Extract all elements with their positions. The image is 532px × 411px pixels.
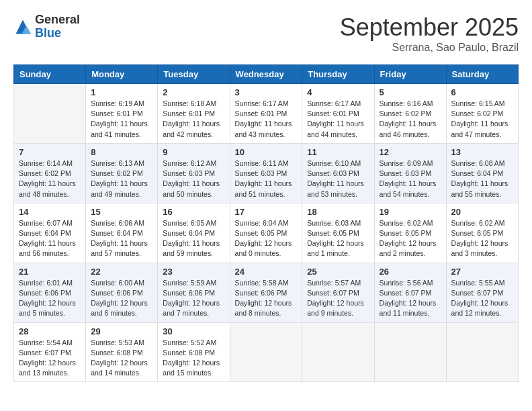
weekday-header-sunday: Sunday	[14, 65, 86, 84]
calendar-cell: 24Sunrise: 5:58 AM Sunset: 6:06 PM Dayli…	[230, 263, 302, 322]
calendar-cell	[302, 322, 374, 382]
day-number: 7	[19, 147, 81, 157]
calendar-cell: 5Sunrise: 6:16 AM Sunset: 6:02 PM Daylig…	[374, 84, 446, 144]
calendar-cell: 17Sunrise: 6:04 AM Sunset: 6:05 PM Dayli…	[230, 203, 302, 263]
calendar-cell: 16Sunrise: 6:05 AM Sunset: 6:04 PM Dayli…	[158, 203, 230, 263]
day-info: Sunrise: 5:53 AM Sunset: 6:08 PM Dayligh…	[91, 338, 152, 379]
day-number: 15	[91, 207, 152, 217]
weekday-header-tuesday: Tuesday	[158, 65, 230, 84]
calendar-cell: 26Sunrise: 5:56 AM Sunset: 6:07 PM Dayli…	[374, 263, 446, 322]
calendar-cell: 2Sunrise: 6:18 AM Sunset: 6:01 PM Daylig…	[158, 84, 230, 144]
calendar-week-row: 28Sunrise: 5:54 AM Sunset: 6:07 PM Dayli…	[14, 322, 519, 382]
day-number: 26	[380, 267, 441, 277]
calendar-cell: 13Sunrise: 6:08 AM Sunset: 6:04 PM Dayli…	[446, 143, 518, 203]
calendar-cell: 9Sunrise: 6:12 AM Sunset: 6:03 PM Daylig…	[158, 143, 230, 203]
day-info: Sunrise: 5:56 AM Sunset: 6:07 PM Dayligh…	[380, 278, 441, 319]
calendar-cell: 7Sunrise: 6:14 AM Sunset: 6:02 PM Daylig…	[14, 143, 86, 203]
day-info: Sunrise: 6:01 AM Sunset: 6:06 PM Dayligh…	[19, 278, 81, 319]
day-info: Sunrise: 5:52 AM Sunset: 6:08 PM Dayligh…	[163, 338, 224, 379]
calendar-cell	[374, 322, 446, 382]
logo: General Blue	[13, 13, 80, 40]
day-info: Sunrise: 6:06 AM Sunset: 6:04 PM Dayligh…	[91, 218, 152, 259]
calendar-cell: 18Sunrise: 6:03 AM Sunset: 6:05 PM Dayli…	[302, 203, 374, 263]
calendar-cell: 21Sunrise: 6:01 AM Sunset: 6:06 PM Dayli…	[14, 263, 86, 322]
day-info: Sunrise: 6:08 AM Sunset: 6:04 PM Dayligh…	[451, 158, 513, 199]
day-info: Sunrise: 6:02 AM Sunset: 6:05 PM Dayligh…	[451, 218, 513, 259]
calendar-cell: 20Sunrise: 6:02 AM Sunset: 6:05 PM Dayli…	[446, 203, 518, 263]
day-number: 29	[91, 326, 152, 336]
day-info: Sunrise: 6:04 AM Sunset: 6:05 PM Dayligh…	[235, 218, 298, 259]
day-info: Sunrise: 6:19 AM Sunset: 6:01 PM Dayligh…	[91, 99, 152, 140]
day-number: 1	[91, 87, 152, 97]
calendar-week-row: 1Sunrise: 6:19 AM Sunset: 6:01 PM Daylig…	[14, 84, 519, 144]
calendar-cell: 4Sunrise: 6:17 AM Sunset: 6:01 PM Daylig…	[302, 84, 374, 144]
day-number: 9	[163, 147, 224, 157]
day-info: Sunrise: 6:00 AM Sunset: 6:06 PM Dayligh…	[91, 278, 152, 319]
calendar-cell: 23Sunrise: 5:59 AM Sunset: 6:06 PM Dayli…	[158, 263, 230, 322]
weekday-header-thursday: Thursday	[302, 65, 374, 84]
logo-icon	[13, 17, 32, 36]
day-info: Sunrise: 6:14 AM Sunset: 6:02 PM Dayligh…	[19, 158, 81, 199]
day-number: 3	[235, 87, 298, 97]
calendar-cell: 25Sunrise: 5:57 AM Sunset: 6:07 PM Dayli…	[302, 263, 374, 322]
day-info: Sunrise: 6:17 AM Sunset: 6:01 PM Dayligh…	[307, 99, 369, 140]
calendar-cell: 14Sunrise: 6:07 AM Sunset: 6:04 PM Dayli…	[14, 203, 86, 263]
day-info: Sunrise: 6:13 AM Sunset: 6:02 PM Dayligh…	[91, 158, 152, 199]
day-info: Sunrise: 6:17 AM Sunset: 6:01 PM Dayligh…	[235, 99, 298, 140]
day-number: 11	[307, 147, 369, 157]
calendar-table: SundayMondayTuesdayWednesdayThursdayFrid…	[13, 64, 519, 382]
day-number: 23	[163, 267, 224, 277]
calendar-cell: 12Sunrise: 6:09 AM Sunset: 6:03 PM Dayli…	[374, 143, 446, 203]
day-info: Sunrise: 5:59 AM Sunset: 6:06 PM Dayligh…	[163, 278, 224, 319]
day-info: Sunrise: 6:18 AM Sunset: 6:01 PM Dayligh…	[163, 99, 224, 140]
location-subtitle: Serrana, Sao Paulo, Brazil	[340, 42, 519, 54]
day-number: 4	[307, 87, 369, 97]
day-number: 13	[451, 147, 513, 157]
day-info: Sunrise: 6:15 AM Sunset: 6:02 PM Dayligh…	[451, 99, 513, 140]
calendar-cell: 3Sunrise: 6:17 AM Sunset: 6:01 PM Daylig…	[230, 84, 302, 144]
weekday-header-friday: Friday	[374, 65, 446, 84]
calendar-cell: 10Sunrise: 6:11 AM Sunset: 6:03 PM Dayli…	[230, 143, 302, 203]
day-info: Sunrise: 6:07 AM Sunset: 6:04 PM Dayligh…	[19, 218, 81, 259]
calendar-cell: 30Sunrise: 5:52 AM Sunset: 6:08 PM Dayli…	[158, 322, 230, 382]
day-number: 6	[451, 87, 513, 97]
day-number: 22	[91, 267, 152, 277]
day-number: 18	[307, 207, 369, 217]
day-number: 16	[163, 207, 224, 217]
day-number: 25	[307, 267, 369, 277]
calendar-cell: 19Sunrise: 6:02 AM Sunset: 6:05 PM Dayli…	[374, 203, 446, 263]
calendar-cell: 22Sunrise: 6:00 AM Sunset: 6:06 PM Dayli…	[86, 263, 158, 322]
weekday-header-wednesday: Wednesday	[230, 65, 302, 84]
day-number: 5	[380, 87, 441, 97]
day-info: Sunrise: 6:02 AM Sunset: 6:05 PM Dayligh…	[380, 218, 441, 259]
day-info: Sunrise: 6:12 AM Sunset: 6:03 PM Dayligh…	[163, 158, 224, 199]
day-info: Sunrise: 5:54 AM Sunset: 6:07 PM Dayligh…	[19, 338, 81, 379]
calendar-cell	[230, 322, 302, 382]
day-info: Sunrise: 6:11 AM Sunset: 6:03 PM Dayligh…	[235, 158, 298, 199]
day-number: 27	[451, 267, 513, 277]
calendar-cell: 28Sunrise: 5:54 AM Sunset: 6:07 PM Dayli…	[14, 322, 86, 382]
day-number: 12	[380, 147, 441, 157]
calendar-week-row: 21Sunrise: 6:01 AM Sunset: 6:06 PM Dayli…	[14, 263, 519, 322]
calendar-cell: 6Sunrise: 6:15 AM Sunset: 6:02 PM Daylig…	[446, 84, 518, 144]
day-number: 21	[19, 267, 81, 277]
day-number: 24	[235, 267, 298, 277]
day-number: 19	[380, 207, 441, 217]
day-info: Sunrise: 5:57 AM Sunset: 6:07 PM Dayligh…	[307, 278, 369, 319]
day-info: Sunrise: 6:03 AM Sunset: 6:05 PM Dayligh…	[307, 218, 369, 259]
day-number: 14	[19, 207, 81, 217]
day-info: Sunrise: 6:10 AM Sunset: 6:03 PM Dayligh…	[307, 158, 369, 199]
calendar-week-row: 7Sunrise: 6:14 AM Sunset: 6:02 PM Daylig…	[14, 143, 519, 203]
day-number: 30	[163, 326, 224, 336]
weekday-header-saturday: Saturday	[446, 65, 518, 84]
day-info: Sunrise: 6:09 AM Sunset: 6:03 PM Dayligh…	[380, 158, 441, 199]
title-block: September 2025 Serrana, Sao Paulo, Brazi…	[340, 13, 519, 54]
day-number: 8	[91, 147, 152, 157]
day-number: 17	[235, 207, 298, 217]
page-header: General Blue September 2025 Serrana, Sao…	[13, 13, 519, 54]
day-number: 20	[451, 207, 513, 217]
logo-text: General Blue	[35, 13, 80, 40]
calendar-cell	[446, 322, 518, 382]
calendar-cell: 1Sunrise: 6:19 AM Sunset: 6:01 PM Daylig…	[86, 84, 158, 144]
day-number: 28	[19, 326, 81, 336]
